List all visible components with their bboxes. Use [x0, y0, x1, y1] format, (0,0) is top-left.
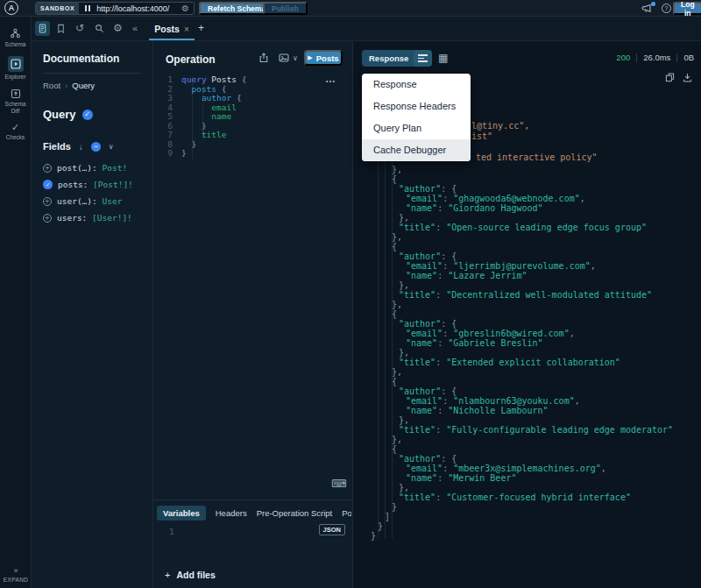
sidebar-item-schema-diff[interactable]: Schema Diff [0, 89, 32, 115]
response-json-line: "email": "ljerrimbj@purevolume.com", [371, 261, 673, 271]
response-json-line: }, [371, 415, 673, 425]
tab-pre-operation-script[interactable]: Pre-Operation Script [257, 506, 333, 521]
announcements-icon[interactable] [641, 4, 652, 14]
response-json-line: "author": { [371, 319, 673, 329]
download-response-icon[interactable] [683, 73, 692, 82]
response-json-line: "email": "mbeer3x@simplemachines.org", [371, 464, 673, 473]
response-json-line: "title": "Customer-focused hybrid interf… [371, 492, 673, 502]
operation-editor-lines[interactable]: 1query Posts {2 posts {3 author {4 email… [160, 75, 246, 159]
code-line: 5 name [160, 112, 246, 122]
code-line: 1query Posts { [160, 75, 246, 85]
chevron-down-icon[interactable]: ∨ [293, 54, 298, 62]
field-row-posts[interactable]: ✓ posts: [Post!]! [43, 176, 141, 193]
tab-headers[interactable]: Headers [216, 506, 247, 521]
response-json-line: }, [371, 435, 673, 444]
breadcrumb-current: Query [72, 81, 95, 90]
menu-item-response-headers[interactable]: Response Headers [362, 96, 471, 117]
tab-variables[interactable]: Variables [157, 506, 206, 521]
saved-collections-icon[interactable] [56, 24, 66, 33]
breadcrumb-root[interactable]: Root [43, 81, 60, 90]
response-json-line: "title": "Fully-configurable leading edg… [371, 425, 673, 435]
response-json-line: }, [371, 165, 673, 174]
collapse-panel-icon[interactable]: « [132, 23, 138, 33]
schema-icon [10, 28, 21, 39]
response-json-line: }, [371, 348, 673, 358]
settings-gear-icon[interactable]: ⚙ [113, 22, 123, 34]
endpoint-url-input[interactable]: http://localhost:4000/ [96, 4, 169, 13]
response-view-menu: Response Response Headers Query Plan Cac… [362, 74, 471, 161]
search-icon[interactable] [95, 24, 104, 33]
active-tab-underline [149, 39, 195, 40]
response-json-line: "author": { [371, 184, 673, 194]
response-json-line: { [371, 444, 673, 454]
new-tab-button[interactable]: + [198, 22, 204, 34]
format-response-button[interactable] [414, 50, 432, 67]
tab-posts[interactable]: Posts × [149, 17, 195, 41]
sidebar-item-explorer[interactable]: Explorer [0, 56, 32, 81]
sidebar-item-schema[interactable]: Schema [0, 28, 32, 48]
menu-item-cache-debugger[interactable]: Cache Debugger [362, 139, 471, 161]
publish-button[interactable]: Publish [263, 2, 308, 15]
response-json-line: "name": "Nicholle Lambourn" [371, 406, 673, 415]
breadcrumb-separator: › [65, 81, 67, 90]
code-line: 8 } [160, 140, 246, 150]
sort-fields-icon[interactable]: ↓ [79, 142, 83, 152]
copy-response-icon[interactable] [665, 73, 675, 82]
add-files-button[interactable]: + Add files [165, 570, 216, 580]
field-selected-check-icon[interactable]: ✓ [43, 180, 53, 189]
field-row-user[interactable]: + user(…): User [43, 193, 141, 209]
tab-post-operation-script[interactable]: Post-Operation Script [342, 506, 351, 521]
response-json-line: "title": "Extended explicit collaboratio… [371, 358, 673, 367]
sidebar-item-checks[interactable]: ✓ Checks [0, 123, 32, 141]
fields-header: Fields ↓ − ∨ [43, 141, 141, 152]
expand-rail-button[interactable]: » EXPAND [0, 566, 32, 583]
share-operation-icon[interactable] [258, 53, 269, 63]
close-tab-icon[interactable]: × [184, 25, 189, 34]
keyboard-shortcuts-icon[interactable]: ⌨ [331, 478, 346, 490]
connection-settings-gear-icon[interactable]: ⚙ [181, 4, 189, 13]
table-view-icon[interactable]: ▦ [438, 51, 448, 65]
response-json-line: "name": "Merwin Beer" [371, 473, 673, 483]
response-json-line: { [371, 174, 673, 184]
run-operation-button[interactable]: ▶ Posts [304, 50, 343, 66]
add-field-icon[interactable]: + [43, 214, 52, 223]
login-button[interactable]: Log in [673, 2, 701, 15]
response-json-line: } [371, 531, 673, 541]
help-icon[interactable]: ? [662, 4, 671, 13]
save-to-collection-icon[interactable] [279, 53, 289, 63]
response-json-line: { [371, 242, 673, 251]
field-row-post[interactable]: + post(…): Post! [43, 159, 141, 176]
schema-diff-icon [11, 89, 21, 99]
chevron-down-icon[interactable]: ∨ [109, 143, 114, 151]
response-json-line: "author": { [371, 251, 673, 261]
apollo-sandbox-app: A SANDBOX http://localhost:4000/ ⚙ Refet… [0, 0, 701, 588]
divider [153, 499, 352, 500]
menu-item-query-plan[interactable]: Query Plan [362, 117, 471, 139]
hidden-entry-fragment: ist" [471, 131, 492, 141]
hidden-entry-fragment: ted interactive policy" [476, 152, 597, 162]
checks-icon: ✓ [11, 123, 19, 132]
response-json-line: "name": "Lazare Jerrim" [371, 271, 673, 280]
endpoint-url-bar[interactable]: SANDBOX http://localhost:4000/ ⚙ [35, 2, 195, 15]
response-json-line: }, [371, 232, 673, 242]
editor-menu-icon[interactable]: … [325, 73, 336, 85]
explorer-icon [8, 56, 24, 72]
history-icon[interactable]: ↺ [75, 22, 84, 34]
add-field-icon[interactable]: + [43, 197, 52, 206]
response-json-line: }, [371, 300, 673, 309]
menu-item-response[interactable]: Response [362, 74, 471, 96]
response-json-line: }, [371, 483, 673, 492]
response-json-line: "title": "Decentralized well-modulated a… [371, 290, 673, 300]
filter-fields-icon[interactable]: − [91, 142, 101, 152]
field-row-users[interactable]: + users: [User!]! [43, 209, 141, 226]
json-badge: JSON [319, 524, 345, 535]
type-heading: Query ✓ [43, 108, 141, 121]
add-field-icon[interactable]: + [43, 164, 52, 173]
apollo-logo[interactable]: A [4, 1, 18, 15]
sandbox-badge: SANDBOX [36, 3, 79, 14]
connection-status-icon [85, 5, 90, 11]
response-json-line: }, [371, 213, 673, 223]
play-icon: ▶ [308, 54, 312, 61]
operations-list-icon[interactable] [35, 21, 50, 36]
breadcrumb: Root › Query [43, 81, 141, 90]
